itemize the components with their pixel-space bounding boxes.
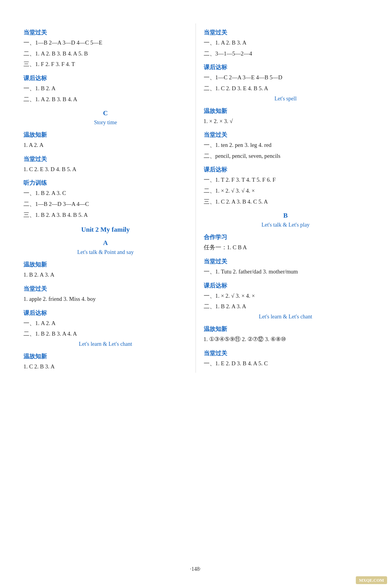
content-line: 三、1. B 2. A 3. B 4. B 5. A (23, 210, 188, 220)
section-title: 当堂过关 (204, 131, 368, 139)
section-title: 温故知新 (204, 325, 368, 333)
content-line: 一、1. E 2. D 3. B 4. A 5. C (204, 359, 368, 368)
unit-title: Unit 2 My family (23, 226, 188, 234)
content-line: 二、3—1—5—2—4 (204, 49, 368, 59)
content-line: 二、pencil, pencil, seven, pencils (204, 151, 368, 161)
section-title: 课后达标 (204, 64, 368, 71)
content-line: 一、1. ten 2. pen 3. leg 4. red (204, 140, 368, 150)
content-line: 1. ①③④⑤⑨⑪ 2. ②⑦⑫ 3. ⑥⑧⑩ (204, 334, 368, 344)
left-column: 当堂过关一、1—B 2—A 3—D 4—C 5—E二、1. A 2. B 3. … (23, 23, 196, 373)
content-line: 一、1. B 2. A (23, 84, 188, 93)
content-line: 1. C 2. E 3. D 4. B 5. A (23, 164, 188, 174)
section-title: 温故知新 (23, 261, 188, 268)
letter-title: B (204, 212, 368, 220)
content-line: 一、1—C 2—A 3—E 4—B 5—D (204, 73, 368, 82)
section-title: 当堂过关 (23, 155, 188, 163)
section-title: 当堂过关 (204, 350, 368, 357)
section-title: 课后达标 (204, 166, 368, 173)
content-line: 一、1. B 2. A 3. C (23, 188, 188, 198)
content-line: 1. × 2. × 3. √ (204, 116, 368, 126)
subsection-title: Let's talk & Point and say (23, 249, 188, 256)
content-line: 1. apple 2. friend 3. Miss 4. boy (23, 294, 188, 304)
section-title: 课后达标 (23, 75, 188, 82)
subsection-title: Let's learn & Let's chant (23, 341, 188, 347)
section-title: 合作学习 (204, 234, 368, 241)
content-line: 一、1. A 2. B 3. A (204, 38, 368, 48)
letter-title: A (23, 239, 188, 247)
subsection-title: Story time (23, 120, 188, 126)
content-line: 二、1. × 2. √ 3. √ 4. × (204, 186, 368, 196)
subsection-title: Let's spell (204, 96, 368, 102)
content-line: 一、1. × 2. √ 3. × 4. × (204, 291, 368, 301)
section-title: 课后达标 (204, 282, 368, 290)
section-title: 温故知新 (23, 353, 188, 360)
subsection-title: Let's learn & Let's chant (204, 314, 368, 320)
watermark: MXQE.COM (356, 576, 387, 584)
content-line: 二、1. B 2. A 3. A (204, 302, 368, 311)
section-title: 温故知新 (204, 107, 368, 115)
content-line: 1. B 2. A 3. A (23, 270, 188, 280)
content-line: 二、1—B 2—D 3—A 4—C (23, 199, 188, 209)
content-line: 三、1. C 2. A 3. B 4. C 5. A (204, 197, 368, 207)
content-line: 1. C 2. B 3. A (23, 362, 188, 372)
content-line: 一、1. Tutu 2. father/dad 3. mother/mum (204, 267, 368, 277)
section-title: 课后达标 (23, 309, 188, 317)
page-number: ·148· (0, 566, 391, 572)
content-line: 一、1. T 2. F 3. T 4. T 5. F 6. F (204, 175, 368, 185)
section-title: 温故知新 (23, 131, 188, 139)
content-line: 二、1. C 2. D 3. E 4. B 5. A (204, 84, 368, 93)
section-title: 听力训练 (23, 179, 188, 187)
section-title: 当堂过关 (204, 258, 368, 265)
section-title: 当堂过关 (23, 29, 188, 36)
content-line: 任务一：1. C B A (204, 243, 368, 252)
content-line: 一、1. A 2. A (23, 318, 188, 328)
content-line: 二、1. B 2. B 3. A 4. A (23, 329, 188, 339)
content-line: 一、1—B 2—A 3—D 4—C 5—E (23, 38, 188, 48)
content-line: 1. A 2. A (23, 140, 188, 150)
section-title: 当堂过关 (23, 285, 188, 293)
section-title: 当堂过关 (204, 29, 368, 36)
right-column: 当堂过关一、1. A 2. B 3. A二、3—1—5—2—4课后达标一、1—C… (196, 23, 368, 373)
subsection-title: Let's talk & Let's play (204, 222, 368, 228)
content-line: 二、1. A 2. B 3. B 4. A (23, 95, 188, 104)
content-line: 三、1. F 2. F 3. F 4. T (23, 59, 188, 69)
letter-title: C (23, 109, 188, 117)
content-line: 二、1. A 2. B 3. B 4. A 5. B (23, 49, 188, 59)
